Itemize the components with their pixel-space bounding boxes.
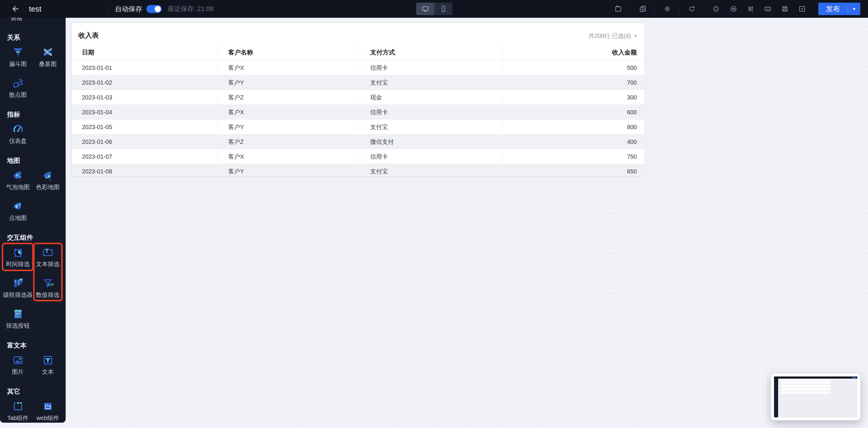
autosave-label: 自动保存 (115, 4, 142, 13)
table-body: 2023-01-01客户X信用卡5002023-01-02客户Y支付宝70020… (72, 60, 645, 176)
table-cell: 2023-01-04 (72, 105, 218, 119)
refresh-button[interactable] (687, 4, 697, 14)
table-cell: 2023-01-03 (72, 90, 218, 105)
variable-icon: (x) (764, 5, 772, 13)
sidebar-item-text-filter[interactable]: 文本筛选 (33, 246, 63, 267)
choropleth-map-icon (42, 169, 54, 182)
topbar: test 自动保存 最近保存: 21:08 (x) 发布 ▼ (0, 0, 868, 18)
sidebar-item-text[interactable]: 文本 (33, 354, 63, 375)
publish-caret-icon[interactable]: ▼ (848, 6, 860, 11)
variable-button[interactable]: (x) (763, 4, 773, 14)
preview-play-button[interactable] (797, 4, 807, 14)
section-title: 地图 (7, 157, 66, 165)
desktop-view-button[interactable] (416, 3, 434, 15)
section-title: 关系 (7, 34, 66, 41)
sidebar-item-funnel-chart[interactable]: 漏斗图 (3, 46, 33, 67)
last-saved-text: 最近保存: 21:08 (167, 4, 213, 13)
sidebar-item-label: 图片 (12, 368, 24, 375)
sidebar-item-tab-widget[interactable]: Tab组件 (3, 400, 33, 422)
dashboard-title: test (29, 4, 41, 13)
gear-icon (663, 5, 671, 13)
svg-text:(x): (x) (766, 8, 769, 10)
palette-button[interactable] (711, 4, 721, 14)
sidebar-item-gauge-chart[interactable]: 仪表盘 (3, 123, 33, 144)
table-cell: 现金 (360, 90, 503, 105)
sidebar-item-label: 级联筛选器 (3, 291, 33, 298)
sidebar-item-label: 时间筛选 (6, 260, 30, 267)
table-row[interactable]: 2023-01-08客户Y支付宝650 (72, 164, 645, 176)
table-row[interactable]: 2023-01-04客户X信用卡600 (72, 105, 645, 120)
sidebar-item-sankey-chart[interactable]: 桑基图 (33, 46, 63, 67)
duplicate-button[interactable] (638, 4, 648, 14)
minimap-content (778, 378, 857, 417)
table-cell: 650 (503, 164, 645, 176)
column-header: 收入金额 (503, 45, 645, 60)
chevron-down-icon: ▼ (633, 34, 638, 38)
table-cell: 客户Z (218, 90, 360, 105)
table-cell: 2023-01-06 (72, 134, 218, 149)
gear-button[interactable] (662, 4, 672, 14)
section-title: 交互组件 (7, 234, 66, 241)
point-map-icon (12, 200, 24, 212)
publish-label: 发布 (818, 4, 847, 13)
table-cell: 客户X (218, 60, 360, 75)
table-row[interactable]: 2023-01-06客户Z微信支付400 (72, 134, 645, 149)
sidebar-item-label: Tab组件 (7, 415, 28, 422)
sidebar-item-label: 筛选按钮 (6, 322, 30, 329)
image-icon (12, 354, 24, 366)
phone-icon (440, 5, 447, 13)
refresh-icon (688, 5, 695, 13)
sidebar-item-cascade-filter[interactable]: 级联筛选器 (3, 277, 33, 298)
component-grid: 图片文本 (3, 354, 63, 375)
pulse-button[interactable] (728, 4, 739, 14)
clipped-sidebar-item[interactable]: 表格 (0, 18, 66, 21)
sidebar-item-image[interactable]: 图片 (3, 354, 33, 375)
sidebar-item-bubble-map[interactable]: 气泡地图 (3, 169, 33, 191)
table-cell: 客户Y (218, 164, 360, 176)
income-table-widget[interactable]: 收入表 共200行 已选(4) ▼ 日期客户名称支付方式收入金额 2023-01… (72, 23, 645, 176)
divider (704, 5, 704, 13)
table-cell: 400 (503, 134, 645, 149)
row-summary-dropdown[interactable]: 共200行 已选(4) ▼ (589, 32, 638, 40)
time-filter-icon (12, 246, 24, 259)
table-row[interactable]: 2023-01-02客户Y支付宝700 (72, 75, 645, 90)
clipped-item-label: 表格 (11, 18, 66, 21)
web-widget-icon (42, 400, 54, 412)
table-cell: 客户Y (218, 75, 360, 90)
tab-widget-icon (12, 400, 24, 412)
save-icon (781, 5, 789, 13)
sidebar-item-point-map[interactable]: 点地图 (3, 200, 33, 221)
table-row[interactable]: 2023-01-01客户X信用卡500 (72, 60, 645, 75)
back-button[interactable] (10, 3, 21, 15)
save-button[interactable] (780, 4, 790, 14)
palette-icon (712, 5, 720, 13)
sidebar-item-time-filter[interactable]: 时间筛选 (3, 246, 33, 267)
table-row[interactable]: 2023-01-05客户Y支付宝800 (72, 120, 645, 134)
sidebar-item-label: 文本 (42, 368, 54, 375)
autosave-toggle[interactable] (146, 5, 162, 13)
table-cell: 2023-01-08 (72, 164, 218, 176)
table-row[interactable]: 2023-01-03客户Z现金300 (72, 90, 645, 105)
sidebar-item-label: 气泡地图 (6, 183, 30, 191)
text-filter-icon (42, 246, 54, 259)
sidebar-item-choropleth-map[interactable]: 色彩地图 (33, 169, 63, 191)
sidebar-item-scatter-chart[interactable]: 散点图 (3, 77, 33, 98)
publish-button[interactable]: 发布 ▼ (818, 3, 860, 15)
table-cell: 信用卡 (360, 60, 503, 75)
funnel-chart-icon (12, 46, 24, 59)
section-title: 指标 (7, 111, 66, 118)
monitor-icon (422, 5, 429, 13)
section-title: 富文本 (7, 342, 66, 349)
new-dashboard-button[interactable] (613, 4, 623, 14)
sidebar-item-number-filter[interactable]: 123数值筛选 (33, 277, 63, 298)
sidebar-item-web-widget[interactable]: web组件 (33, 400, 63, 422)
table-cell: 微信支付 (360, 134, 503, 149)
table-row[interactable]: 2023-01-07客户X信用卡750 (72, 149, 645, 164)
sidebar-item-filter-button[interactable]: 筛选按钮 (3, 308, 33, 329)
filter-sliders-button[interactable] (746, 4, 756, 14)
table-cell: 客户X (218, 105, 360, 119)
sidebar-item-label: 色彩地图 (36, 183, 60, 191)
minimap-preview[interactable] (771, 374, 860, 420)
mobile-view-button[interactable] (434, 3, 452, 15)
divider (655, 5, 655, 13)
